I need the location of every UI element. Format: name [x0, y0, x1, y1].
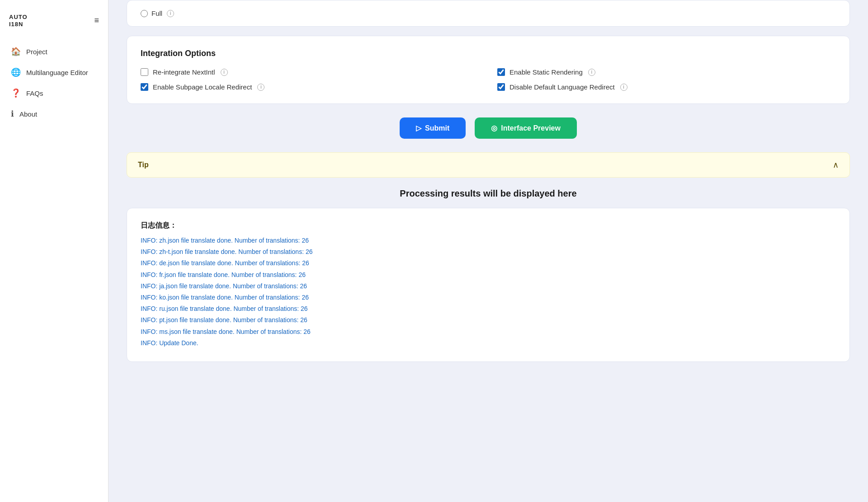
sidebar-item-about[interactable]: ℹ About	[0, 103, 108, 124]
log-entry: INFO: pt.json file translate done. Numbe…	[141, 314, 836, 326]
enable-subpage-locale-redirect-info-icon[interactable]: i	[257, 84, 264, 91]
sidebar-item-label-about: About	[19, 110, 37, 118]
sidebar-item-label-multilanguage-editor: Multilanguage Editor	[26, 69, 88, 76]
log-entry: INFO: fr.json file translate done. Numbe…	[141, 269, 836, 281]
sidebar: AUTO I18N ≡ 🏠 Project 🌐 Multilanguage Ed…	[0, 0, 108, 502]
full-info-icon[interactable]: i	[167, 10, 174, 17]
enable-static-rendering-checkbox[interactable]	[497, 68, 505, 76]
sidebar-item-multilanguage-editor[interactable]: 🌐 Multilanguage Editor	[0, 62, 108, 83]
question-icon: ❓	[11, 88, 21, 98]
log-entry: INFO: ja.json file translate done. Numbe…	[141, 281, 836, 292]
enable-subpage-locale-redirect-checkbox[interactable]	[141, 83, 148, 91]
disable-default-language-redirect-label: Disable Default Language Redirect	[509, 83, 615, 91]
re-integrate-nextintl-checkbox[interactable]	[141, 68, 148, 76]
sidebar-header: AUTO I18N ≡	[0, 9, 108, 37]
submit-icon: ▷	[416, 124, 421, 132]
chevron-up-icon[interactable]: ∧	[833, 160, 839, 170]
app-logo: AUTO I18N	[9, 14, 28, 28]
submit-label: Submit	[425, 124, 449, 132]
log-entry: INFO: de.json file translate done. Numbe…	[141, 258, 836, 269]
preview-label: Interface Preview	[501, 124, 561, 132]
disable-default-language-redirect-info-icon[interactable]: i	[620, 84, 627, 91]
submit-button[interactable]: ▷ Submit	[400, 117, 466, 139]
disable-default-language-redirect-checkbox[interactable]	[497, 83, 505, 91]
integration-options-card: Integration Options Re-integrate NextInt…	[127, 36, 850, 104]
full-radio-label: Full	[151, 9, 162, 17]
options-grid: Re-integrate NextIntl i Enable Static Re…	[141, 68, 836, 91]
full-radio-option[interactable]: Full i	[141, 9, 174, 17]
info-circle-icon: ℹ	[11, 109, 14, 119]
enable-static-rendering-info-icon[interactable]: i	[588, 69, 595, 76]
preview-icon: ◎	[491, 124, 497, 132]
full-radio-input[interactable]	[141, 10, 148, 17]
top-section: Full i	[127, 0, 850, 27]
enable-subpage-locale-redirect-label: Enable Subpage Locale Redirect	[153, 83, 252, 91]
log-entry: INFO: zh.json file translate done. Numbe…	[141, 235, 836, 246]
main-content: Full i Integration Options Re-integrate …	[108, 0, 868, 502]
option-re-integrate-nextintl: Re-integrate NextIntl i	[141, 68, 479, 76]
log-card: 日志信息： INFO: zh.json file translate done.…	[127, 208, 850, 362]
sidebar-item-label-faqs: FAQs	[26, 89, 43, 97]
log-entry: INFO: Update Done.	[141, 338, 836, 349]
log-entry: INFO: zh-t.json file translate done. Num…	[141, 246, 836, 258]
action-buttons: ▷ Submit ◎ Interface Preview	[127, 117, 850, 139]
interface-preview-button[interactable]: ◎ Interface Preview	[475, 117, 577, 139]
log-entry: INFO: ru.json file translate done. Numbe…	[141, 303, 836, 314]
log-entry: INFO: ms.json file translate done. Numbe…	[141, 326, 836, 338]
translate-icon: 🌐	[11, 67, 21, 77]
sidebar-nav: 🏠 Project 🌐 Multilanguage Editor ❓ FAQs …	[0, 37, 108, 129]
log-title: 日志信息：	[141, 221, 836, 230]
re-integrate-nextintl-info-icon[interactable]: i	[221, 69, 228, 76]
hamburger-menu-icon[interactable]: ≡	[94, 16, 99, 25]
option-enable-subpage-locale-redirect: Enable Subpage Locale Redirect i	[141, 83, 479, 91]
option-disable-default-language-redirect: Disable Default Language Redirect i	[497, 83, 836, 91]
sidebar-item-faqs[interactable]: ❓ FAQs	[0, 83, 108, 103]
option-enable-static-rendering: Enable Static Rendering i	[497, 68, 836, 76]
results-heading: Processing results will be displayed her…	[127, 188, 850, 199]
enable-static-rendering-label: Enable Static Rendering	[509, 68, 583, 76]
home-icon: 🏠	[11, 47, 21, 56]
tip-label: Tip	[138, 161, 149, 169]
integration-options-title: Integration Options	[141, 49, 836, 58]
log-entries: INFO: zh.json file translate done. Numbe…	[141, 235, 836, 349]
tip-section: Tip ∧	[127, 152, 850, 178]
sidebar-item-label-project: Project	[26, 48, 47, 56]
re-integrate-nextintl-label: Re-integrate NextIntl	[153, 68, 215, 76]
log-entry: INFO: ko.json file translate done. Numbe…	[141, 292, 836, 303]
sidebar-item-project[interactable]: 🏠 Project	[0, 41, 108, 62]
